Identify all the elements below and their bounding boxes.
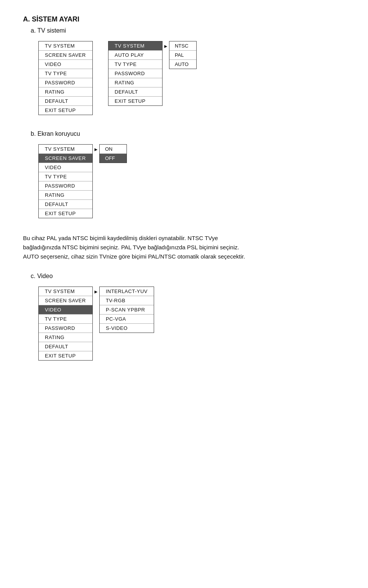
menu-item[interactable]: EXIT SETUP [39, 351, 92, 360]
menu-item[interactable]: PASSWORD [39, 181, 92, 191]
menu-item[interactable]: TV TYPE [39, 315, 92, 324]
section-c: c. Video TV SYSTEMSCREEN SAVERVIDEOTV TY… [23, 273, 345, 361]
menu-item[interactable]: DEFAULT [39, 342, 92, 351]
menu-item[interactable]: INTERLACT-YUV [100, 287, 154, 296]
menu4-box: TV SYSTEMSCREEN SAVERVIDEOTV TYPEPASSWOR… [38, 287, 93, 361]
menu-item[interactable]: DEFAULT [39, 200, 92, 209]
menu-item[interactable]: TV SYSTEM [39, 145, 92, 154]
menu-item[interactable]: VIDEO [39, 60, 92, 69]
menu-item[interactable]: EXIT SETUP [39, 209, 92, 218]
menu-item[interactable]: EXIT SETUP [108, 97, 162, 105]
sub-title-b: b. Ekran koruyucu [31, 130, 345, 137]
menu-item[interactable]: PAL [169, 51, 196, 60]
section-a-title: A. SİSTEM AYARI [23, 15, 345, 23]
menu-item[interactable]: AUTO PLAY [108, 51, 162, 60]
menu-item[interactable]: SCREEN SAVER [39, 51, 92, 60]
menu-item[interactable]: TV SYSTEM [39, 287, 92, 296]
menu-item[interactable]: DEFAULT [39, 97, 92, 106]
menu-item[interactable]: DEFAULT [108, 87, 162, 97]
menus-row-a: TV SYSTEMSCREEN SAVERVIDEOTV TYPEPASSWOR… [38, 41, 345, 115]
menu-item[interactable]: TV TYPE [39, 69, 92, 78]
menu2-group: TV SYSTEMAUTO PLAYTV TYPEPASSWORDRATINGD… [108, 41, 197, 115]
menu-item[interactable]: AUTO [169, 60, 196, 69]
menu-item[interactable]: TV-RGB [100, 296, 154, 305]
menu-item[interactable]: OFF [100, 154, 127, 163]
sub-title-a: a. TV sistemi [31, 27, 345, 34]
menus-row-b: TV SYSTEMSCREEN SAVERVIDEOTV TYPEPASSWOR… [38, 144, 345, 218]
menu2-sub-box: NTSCPALAUTO [169, 41, 197, 69]
menu-item[interactable]: RATING [39, 87, 92, 97]
menu-item[interactable]: SCREEN SAVER [39, 296, 92, 305]
menu-item[interactable]: NTSC [169, 41, 196, 51]
menu3-arrow: ► [94, 144, 99, 152]
menu-item[interactable]: S-VIDEO [100, 324, 154, 333]
menu3-box: TV SYSTEMSCREEN SAVERVIDEOTV TYPEPASSWOR… [38, 144, 93, 218]
menu-item[interactable]: SCREEN SAVER [39, 154, 92, 163]
menu-item[interactable]: PASSWORD [108, 69, 162, 78]
menu3-group: TV SYSTEMSCREEN SAVERVIDEOTV TYPEPASSWOR… [38, 144, 127, 218]
menu-item[interactable]: RATING [108, 78, 162, 87]
menu1-group: TV SYSTEMSCREEN SAVERVIDEOTV TYPEPASSWOR… [38, 41, 93, 115]
menu-item[interactable]: VIDEO [39, 305, 92, 315]
menu-item[interactable]: ON [100, 145, 127, 154]
menu-item[interactable]: EXIT SETUP [39, 106, 92, 115]
menu3-sub-box: ONOFF [99, 144, 127, 163]
sub-title-c: c. Video [31, 273, 345, 280]
menu2-main-box: TV SYSTEMAUTO PLAYTV TYPEPASSWORDRATINGD… [108, 41, 163, 106]
section-b: b. Ekran koruyucu TV SYSTEMSCREEN SAVERV… [23, 130, 345, 261]
menu-item[interactable]: PASSWORD [39, 78, 92, 87]
menu1-box: TV SYSTEMSCREEN SAVERVIDEOTV TYPEPASSWOR… [38, 41, 93, 115]
menu-item[interactable]: TV TYPE [108, 60, 162, 69]
menu-item[interactable]: P-SCAN YPBPR [100, 305, 154, 315]
menu-item[interactable]: RATING [39, 333, 92, 342]
menu-item[interactable]: TV SYSTEM [108, 41, 162, 51]
menu4-sub-box: INTERLACT-YUVTV-RGBP-SCAN YPBPRPC-VGAS-V… [99, 287, 154, 333]
paragraph-b: Bu cihaz PAL yada NTSC biçimli kaydedilm… [23, 234, 345, 261]
menu-item[interactable]: RATING [39, 191, 92, 200]
menu-item[interactable]: PASSWORD [39, 324, 92, 333]
menus-row-c: TV SYSTEMSCREEN SAVERVIDEOTV TYPEPASSWOR… [38, 287, 345, 361]
menu4-arrow: ► [94, 287, 99, 295]
menu-item[interactable]: TV TYPE [39, 172, 92, 181]
menu-item[interactable]: PC-VGA [100, 315, 154, 324]
menu-item[interactable]: TV SYSTEM [39, 41, 92, 51]
menu-item[interactable]: VIDEO [39, 163, 92, 172]
menu4-group: TV SYSTEMSCREEN SAVERVIDEOTV TYPEPASSWOR… [38, 287, 154, 361]
menu2-arrow: ► [163, 41, 168, 49]
